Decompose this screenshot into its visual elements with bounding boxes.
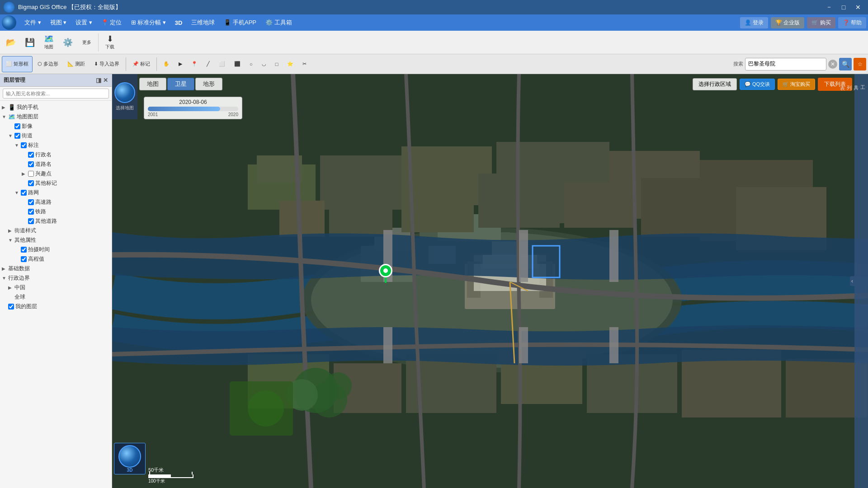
tree-item-maplayers[interactable]: ▼ 🗺️ 地图图层 xyxy=(0,112,112,122)
save-button[interactable]: 💾 xyxy=(21,33,39,52)
map-area[interactable]: 选择地图 地图 卫星 地形 2020-08-06 2001 2020 选择行政 xyxy=(112,74,868,488)
sidebar-tree: ▶ 📱 我的手机 ▼ 🗺️ 地图图层 影像 ▼ 街道 xyxy=(0,101,112,488)
check-capturetime[interactable] xyxy=(21,247,27,253)
tree-item-highway[interactable]: 高速路 xyxy=(0,197,112,207)
right-tools-expand-button[interactable]: ‹ xyxy=(850,276,854,286)
rect-tool-button[interactable]: ⬜ 矩形框 xyxy=(2,56,33,72)
polygon-tool-button[interactable]: ⬡ 多边形 xyxy=(33,56,62,72)
menu-toolbox[interactable]: ⚙️ 工具箱 xyxy=(261,17,297,28)
search-button[interactable]: 🔍 xyxy=(839,58,852,70)
sidebar-search-input[interactable] xyxy=(3,89,109,99)
maximize-button[interactable]: □ xyxy=(837,2,850,12)
tree-item-labels[interactable]: ▼ 标注 xyxy=(0,141,112,150)
qq-chat-button[interactable]: 💬 QQ交谈 xyxy=(740,79,775,90)
sidebar-icon2[interactable]: ✕ xyxy=(103,77,108,84)
map-button[interactable]: 🗺️ 地图 xyxy=(40,33,58,52)
select-button[interactable]: ▶ xyxy=(175,56,186,72)
pan-button[interactable]: ✋ xyxy=(159,56,174,72)
right-tool-1[interactable]: 工具列表 xyxy=(855,76,867,87)
tree-item-othermarks[interactable]: 其他标记 xyxy=(0,178,112,188)
menu-enterprise-btn[interactable]: 🏆 企业版 xyxy=(771,17,804,28)
close-button[interactable]: ✕ xyxy=(852,2,864,12)
menu-scale[interactable]: ⊞ 标准分幅 ▾ xyxy=(127,17,170,28)
tab-satellite[interactable]: 卫星 xyxy=(167,78,194,90)
tree-item-capturetime[interactable]: 拍摄时间 xyxy=(0,245,112,254)
tree-item-streets[interactable]: ▼ 街道 xyxy=(0,131,112,141)
check-highway[interactable] xyxy=(28,199,34,205)
menu-buy-btn[interactable]: 🛒 购买 xyxy=(807,17,835,28)
tree-item-basicdata[interactable]: ▶ 基础数据 xyxy=(0,264,112,273)
mini-globe[interactable]: 3D xyxy=(114,443,146,474)
check-roadname[interactable] xyxy=(28,161,34,167)
svg-rect-46 xyxy=(519,327,528,363)
tree-item-streetstyle[interactable]: ▶ 街道样式 xyxy=(0,226,112,235)
menu-3dearth[interactable]: 三维地球 xyxy=(187,17,219,28)
check-imagery[interactable] xyxy=(14,123,20,129)
pin-button[interactable]: 📍 xyxy=(187,56,202,72)
open-button[interactable]: 📂 xyxy=(2,33,20,52)
check-streets[interactable] xyxy=(14,133,20,139)
check-elevation[interactable] xyxy=(21,256,27,262)
tree-item-imagery[interactable]: 影像 xyxy=(0,122,112,131)
tree-item-otherroads[interactable]: 其他道路 xyxy=(0,216,112,226)
draw-arc-button[interactable]: ◡ xyxy=(258,56,270,72)
menu-settings[interactable]: 设置 ▾ xyxy=(71,17,97,28)
draw-line-button[interactable]: ╱ xyxy=(203,56,214,72)
tree-item-otherattrib[interactable]: ▼ 其他属性 xyxy=(0,235,112,245)
map-toolbar: ⬜ 矩形框 ⬡ 多边形 📐 测距 ⬇ 导入边界 📌 标记 ✋ ▶ 📍 ╱ ⬜ ⬛… xyxy=(0,54,868,74)
check-poi[interactable] xyxy=(28,171,34,177)
time-track[interactable] xyxy=(148,107,238,111)
tree-item-elevation[interactable]: 高程值 xyxy=(0,254,112,264)
globe-selector[interactable]: 选择地图 xyxy=(112,74,137,119)
menu-file[interactable]: 文件 ▾ xyxy=(20,17,46,28)
draw-rect-button[interactable]: ⬜ xyxy=(215,56,229,72)
check-railway[interactable] xyxy=(28,209,34,215)
check-labels[interactable] xyxy=(21,142,27,148)
measure-button[interactable]: 📐 测距 xyxy=(63,56,89,72)
taobao-buy-button[interactable]: 🛒 淘宝购买 xyxy=(778,79,815,90)
minimize-button[interactable]: － xyxy=(823,2,835,12)
region-select-button[interactable]: 选择行政区域 xyxy=(693,78,737,90)
tree-item-adminname[interactable]: 行政名 xyxy=(0,150,112,160)
tree-item-mylayers[interactable]: 我的图层 xyxy=(0,302,112,311)
menu-3d[interactable]: 3D xyxy=(170,18,187,28)
star-button[interactable]: ⭐ xyxy=(283,56,297,72)
more-button[interactable]: 更多 xyxy=(78,33,96,52)
time-end: 2020 xyxy=(228,112,238,117)
tab-map[interactable]: 地图 xyxy=(139,78,166,90)
check-othermarks[interactable] xyxy=(28,180,34,186)
check-roadnetwork[interactable] xyxy=(21,190,27,196)
tree-item-railway[interactable]: 铁路 xyxy=(0,207,112,216)
draw-circle-button[interactable]: ⬛ xyxy=(230,56,245,72)
check-mylayers[interactable] xyxy=(8,304,14,310)
search-clear-button[interactable]: ✕ xyxy=(828,60,837,69)
tree-item-poi[interactable]: ▶ 兴趣点 xyxy=(0,169,112,178)
menu-login-btn[interactable]: 👤 登录 xyxy=(740,17,768,28)
tree-item-roadname[interactable]: 道路名 xyxy=(0,160,112,169)
import-boundary-button[interactable]: ⬇ 导入边界 xyxy=(90,56,123,72)
check-otherroads[interactable] xyxy=(28,218,34,224)
search-extra-button[interactable]: ☆ xyxy=(854,58,866,70)
menu-phone-app[interactable]: 📱 手机APP xyxy=(219,17,261,28)
open-icon: 📂 xyxy=(6,38,16,47)
tree-item-adminbound[interactable]: ▼ 行政边界 xyxy=(0,273,112,283)
tab-terrain[interactable]: 地形 xyxy=(195,78,222,90)
locate-button[interactable]: ⚙️ xyxy=(59,33,77,52)
tree-item-roadnetwork[interactable]: ▼ 路网 xyxy=(0,188,112,197)
check-adminname[interactable] xyxy=(28,152,34,158)
sidebar-icon1[interactable]: ◨ xyxy=(96,77,101,84)
tree-item-china[interactable]: ▶ 中国 xyxy=(0,283,112,292)
menu-help-btn[interactable]: ❓ 帮助 xyxy=(838,17,866,28)
tree-item-myphone[interactable]: ▶ 📱 我的手机 xyxy=(0,103,112,112)
menu-view[interactable]: 视图 ▾ xyxy=(46,17,71,28)
download-list-button[interactable]: 下载列表 xyxy=(818,78,852,91)
download-button[interactable]: ⬇ 下载 xyxy=(101,33,119,52)
menu-locate[interactable]: 📍 定位 xyxy=(97,17,127,28)
search-input[interactable] xyxy=(745,58,826,70)
label-button[interactable]: 📌 标记 xyxy=(128,56,154,72)
draw-ellipse-button[interactable]: ○ xyxy=(245,56,257,72)
clip-button[interactable]: ✂ xyxy=(298,56,311,72)
draw-box-button[interactable]: □ xyxy=(271,56,283,72)
svg-rect-27 xyxy=(641,178,731,237)
tree-item-global[interactable]: 全球 xyxy=(0,292,112,302)
